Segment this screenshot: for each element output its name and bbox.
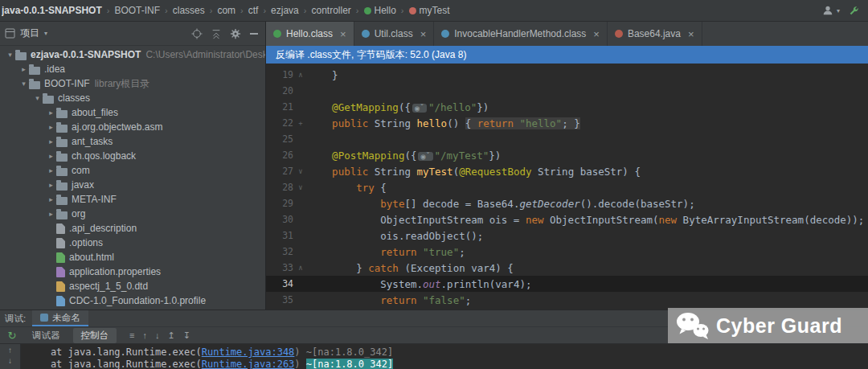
breadcrumb-item-classes[interactable]: classes [173, 5, 205, 16]
breadcrumb-item-BOOT-INF[interactable]: BOOT-INF [114, 5, 160, 16]
tree-item-org[interactable]: ▸org [0, 207, 265, 221]
tree-item-CDC-1.0_Foundation-1.0.profile[interactable]: CDC-1.0_Foundation-1.0.profile [0, 293, 265, 308]
editor-tab-Base64.java[interactable]: Base64.java× [608, 22, 702, 46]
chevron-closed-icon[interactable]: ▸ [46, 210, 56, 218]
code-editor[interactable]: 19∧ }2021 @GetMapping({◉ˇ"/hello"})22+ p… [266, 64, 868, 310]
project-panel-title[interactable]: 项目 [20, 27, 39, 40]
editor-tab-Hello.class[interactable]: Hello.class× [266, 22, 354, 46]
rerun-icon[interactable]: ↻ [5, 330, 19, 342]
code-line-22[interactable]: 22+ public String hello() { return "hell… [266, 115, 868, 131]
scroll-to-end-icon[interactable]: ↧ [183, 330, 190, 341]
chevron-closed-icon[interactable]: ▸ [46, 181, 56, 189]
chevron-open-icon[interactable]: ▾ [18, 80, 29, 88]
tab-label: Base64.java [628, 28, 681, 39]
console-output[interactable]: at java.lang.Runtime.exec(Runtime.java:3… [21, 344, 868, 369]
code-line-30[interactable]: 30 ObjectInputStream ois = new ObjectInp… [266, 211, 868, 228]
code-line-28[interactable]: 28∨ try { [266, 179, 868, 195]
stacktrace-link[interactable]: Runtime.java:348 [202, 346, 295, 358]
tree-item-com[interactable]: ▸com [0, 163, 265, 178]
code-line-25[interactable]: 25 [266, 131, 868, 147]
chevron-closed-icon[interactable]: ▸ [46, 166, 56, 174]
fold-marker[interactable]: ∨ [293, 183, 308, 191]
tree-item-classes[interactable]: ▾classes [0, 91, 265, 105]
line-number: 28 [266, 182, 293, 193]
tree-item-.options[interactable]: .options [0, 236, 265, 250]
tree-item-ezjava-0.0.1-SNAPSHOT[interactable]: ▾ezjava-0.0.1-SNAPSHOTC:\Users\Administr… [0, 47, 265, 62]
tree-item-application.properties[interactable]: application.properties [0, 264, 265, 279]
tree-item-META-INF[interactable]: ▸META-INF [0, 192, 265, 207]
collapse-all-icon[interactable] [211, 28, 222, 39]
folder-icon [56, 125, 68, 133]
menu-icon[interactable]: ≡ [129, 330, 134, 340]
close-icon[interactable]: × [420, 28, 427, 40]
locate-file-icon[interactable] [191, 28, 203, 39]
chevron-closed-icon[interactable]: ▸ [46, 137, 56, 146]
code-line-21[interactable]: 21 @GetMapping({◉ˇ"/hello"}) [266, 99, 868, 115]
breadcrumb-item-ctf[interactable]: ctf [248, 5, 259, 16]
close-icon[interactable]: × [593, 28, 600, 40]
stacktrace-link[interactable]: Runtime.java:263 [202, 359, 295, 369]
tree-item-ant_tasks[interactable]: ▸ant_tasks [0, 134, 265, 149]
tab-debugger[interactable]: 调试器 [24, 328, 68, 343]
code-line-35[interactable]: 35 return "false"; [266, 292, 868, 308]
tree-item-.idea[interactable]: ▸.idea [0, 62, 265, 76]
tree-item-.api_description[interactable]: .api_description [0, 221, 265, 236]
code-line-32[interactable]: 32 return "true"; [266, 244, 868, 260]
tree-item-about.html[interactable]: about.html [0, 250, 265, 264]
session-tab-unnamed[interactable]: 未命名 [32, 310, 88, 326]
fold-marker[interactable]: ∧ [293, 264, 308, 272]
breadcrumb-item-Hello[interactable]: Hello [364, 5, 396, 16]
tree-item-aspectj_1_5_0.dtd[interactable]: aspectj_1_5_0.dtd [0, 279, 265, 293]
close-icon[interactable]: × [340, 28, 346, 40]
hide-panel-icon[interactable] [249, 29, 259, 39]
next-frame-icon[interactable]: ↓ [8, 356, 12, 365]
fold-marker[interactable]: + [293, 119, 308, 127]
tree-item-javax[interactable]: ▸javax [0, 178, 265, 192]
fold-marker[interactable]: ∨ [293, 167, 308, 175]
line-number: 34 [266, 278, 293, 289]
settings-gear-icon[interactable] [230, 28, 241, 39]
code-line-29[interactable]: 29 byte[] decode = Base64.getDecoder().d… [266, 195, 868, 211]
breadcrumb-item-java-0.0.1-SNAPSHOT[interactable]: java-0.0.1-SNAPSHOT [2, 5, 102, 16]
tree-item-aj.org.objectweb.asm[interactable]: ▸aj.org.objectweb.asm [0, 120, 265, 134]
chevron-closed-icon[interactable]: ▸ [46, 123, 56, 131]
code-text: @PostMapping({◉ˇ"/myTest"}) [308, 150, 868, 162]
close-icon[interactable]: × [688, 28, 694, 40]
code-token [308, 294, 380, 306]
code-line-34[interactable]: 34 System.out.println(var4); [266, 276, 868, 292]
chevron-closed-icon[interactable]: ▸ [46, 109, 56, 117]
chevron-down-icon[interactable]: ▾ [44, 30, 47, 37]
watermark-text: Cyber Guard [716, 314, 842, 338]
arrow-up-icon[interactable]: ↑ [142, 330, 147, 340]
code-line-20[interactable]: 20 [266, 83, 868, 99]
prev-frame-icon[interactable]: ↑ [8, 346, 12, 355]
editor-tab-InvocableHandlerMethod.class[interactable]: InvocableHandlerMethod.class× [434, 22, 608, 46]
tree-item-ch.qos.logback[interactable]: ▸ch.qos.logback [0, 149, 265, 163]
chevron-open-icon[interactable]: ▾ [32, 94, 43, 102]
tab-console[interactable]: 控制台 [73, 328, 117, 343]
chevron-closed-icon[interactable]: ▸ [18, 65, 29, 73]
code-line-27[interactable]: 27∨ public String myTest(@RequestBody St… [266, 163, 868, 179]
breadcrumb-item-ezjava[interactable]: ezjava [271, 5, 299, 16]
code-line-26[interactable]: 26 @PostMapping({◉ˇ"/myTest"}) [266, 147, 868, 163]
fold-marker[interactable]: ∧ [293, 71, 308, 79]
tree-item-about_files[interactable]: ▸about_files [0, 105, 265, 120]
breadcrumb-item-controller[interactable]: controller [311, 5, 350, 16]
wrench-icon[interactable] [848, 5, 860, 17]
code-line-31[interactable]: 31 ois.readObject(); [266, 228, 868, 244]
breadcrumb-item-com[interactable]: com [217, 5, 235, 16]
code-line-19[interactable]: 19∧ } [266, 67, 868, 83]
chevron-open-icon[interactable]: ▾ [5, 51, 15, 59]
line-number: 20 [266, 85, 293, 96]
code-token: "true" [423, 246, 459, 258]
editor-tab-Util.class[interactable]: Util.class× [354, 22, 435, 46]
user-icon[interactable] [822, 5, 833, 16]
arrow-down-icon[interactable]: ↓ [155, 330, 160, 340]
scroll-to-top-icon[interactable]: ↥ [167, 330, 174, 341]
chevron-closed-icon[interactable]: ▸ [46, 152, 56, 160]
breadcrumb-item-myTest[interactable]: myTest [409, 5, 450, 16]
chevron-down-icon[interactable]: ▾ [837, 7, 840, 14]
tree-item-BOOT-INF[interactable]: ▾BOOT-INFlibrary根目录 [0, 76, 265, 91]
chevron-closed-icon[interactable]: ▸ [46, 195, 56, 203]
code-line-33[interactable]: 33∧ } catch (Exception var4) { [266, 260, 868, 276]
